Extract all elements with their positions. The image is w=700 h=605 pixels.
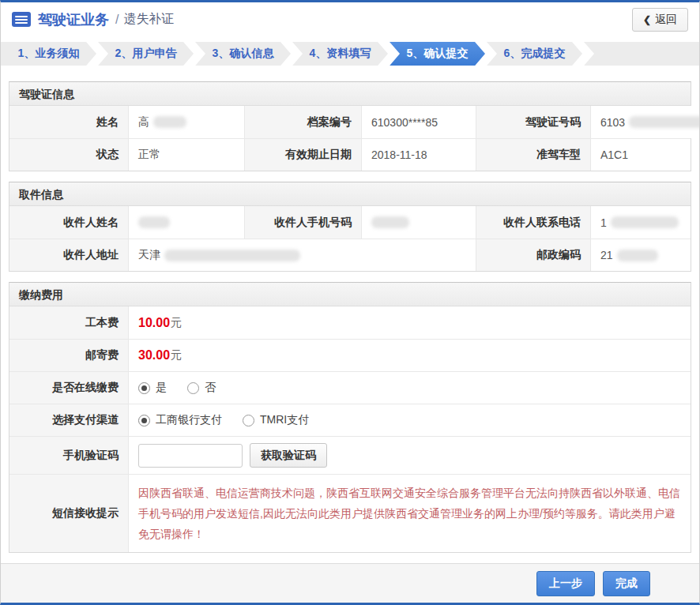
recipient-mobile-label: 收件人手机号码 <box>244 206 361 239</box>
payment-channel-row: 选择支付渠道 工商银行支付 TMRI支付 <box>9 404 691 436</box>
radio-icon <box>187 382 199 394</box>
radio-online-yes-label: 是 <box>156 381 167 395</box>
sms-code-input[interactable] <box>138 444 243 468</box>
file-no-label: 档案编号 <box>244 106 361 138</box>
license-info-section: 驾驶证信息 姓名 高 档案编号 610300****85 驾驶证号码 6103 … <box>9 81 691 171</box>
recipient-address-value: 天津 <box>128 239 476 271</box>
recipient-address-label: 收件人地址 <box>9 239 128 271</box>
production-fee-row: 工本费 10.00 元 <box>9 306 691 339</box>
redacted-blur <box>371 216 409 228</box>
page-header: 驾驶证业务 / 遗失补证 ❮ 返回 <box>1 2 699 37</box>
back-button-label: 返回 <box>655 13 677 27</box>
table-row: 收件人地址 天津 邮政编码 21 <box>9 239 691 271</box>
redacted-blur <box>617 250 658 261</box>
sms-notice-row: 短信接收提示 因陕西省联通、电信运营商技术问题，陕西省互联网交通安全综合服务管理… <box>9 474 691 552</box>
recipient-phone-value: 1 <box>590 206 691 239</box>
license-list-icon <box>12 12 31 27</box>
postcode-label: 邮政编码 <box>476 239 590 271</box>
online-payment-row: 是否在线缴费 是 否 <box>9 371 691 404</box>
name-value: 高 <box>128 106 244 138</box>
sms-code-field: 获取验证码 <box>128 437 691 474</box>
back-button[interactable]: ❮ 返回 <box>632 8 688 32</box>
page-title: 驾驶证业务 <box>38 10 109 29</box>
radio-tmri-pay-label: TMRI支付 <box>260 413 309 427</box>
postcode-value: 21 <box>590 239 691 271</box>
step-1-business-notice: 1、业务须知 <box>1 42 96 66</box>
production-fee-unit: 元 <box>171 316 182 330</box>
breadcrumb-current: 遗失补证 <box>123 11 174 28</box>
radio-icon <box>138 415 150 427</box>
sms-notice-label: 短信接收提示 <box>9 475 128 552</box>
step-4-fill-data: 4、资料填写 <box>292 42 388 66</box>
name-label: 姓名 <box>9 106 128 138</box>
payment-channel-options: 工商银行支付 TMRI支付 <box>128 404 691 436</box>
file-no-value: 610300****85 <box>361 106 476 138</box>
sms-code-label: 手机验证码 <box>9 437 128 474</box>
chevron-left-icon: ❮ <box>643 14 651 25</box>
get-sms-code-button[interactable]: 获取验证码 <box>250 443 327 468</box>
fee-section: 缴纳费用 工本费 10.00 元 邮寄费 30.00 元 是否在线缴费 <box>9 282 691 553</box>
license-no-value: 6103 <box>590 106 700 138</box>
online-payment-options: 是 否 <box>128 372 691 404</box>
radio-online-yes[interactable]: 是 <box>138 381 167 395</box>
online-payment-label: 是否在线缴费 <box>9 372 128 404</box>
radio-online-no-label: 否 <box>205 381 216 395</box>
radio-icon <box>243 415 254 427</box>
redacted-blur <box>138 216 170 228</box>
expiry-label: 有效期止日期 <box>244 139 361 171</box>
radio-tmri-pay[interactable]: TMRI支付 <box>243 413 309 427</box>
status-value: 正常 <box>128 139 244 171</box>
main-content: 驾驶证信息 姓名 高 档案编号 610300****85 驾驶证号码 6103 … <box>1 66 699 563</box>
postage-fee-row: 邮寄费 30.00 元 <box>9 339 691 371</box>
recipient-mobile-value <box>361 206 476 239</box>
previous-step-button[interactable]: 上一步 <box>536 571 595 596</box>
breadcrumb-separator: / <box>115 13 119 27</box>
production-fee-label: 工本费 <box>9 306 128 339</box>
postage-fee-amount: 30.00 <box>138 348 170 363</box>
vehicle-class-value: A1C1 <box>590 139 691 171</box>
step-bar-filler <box>584 42 699 66</box>
production-fee-amount: 10.00 <box>138 316 170 330</box>
step-6-complete-submit: 6、完成提交 <box>487 42 582 66</box>
radio-icbc-pay[interactable]: 工商银行支付 <box>138 413 222 427</box>
sms-code-row: 手机验证码 获取验证码 <box>9 436 691 474</box>
pickup-info-title: 取件信息 <box>9 182 691 206</box>
postage-fee-value: 30.00 元 <box>128 340 691 371</box>
radio-online-no[interactable]: 否 <box>187 381 216 395</box>
radio-icon <box>138 382 150 394</box>
recipient-name-label: 收件人姓名 <box>9 206 128 239</box>
wizard-steps: 1、业务须知 2、用户申告 3、确认信息 4、资料填写 5、确认提交 6、完成提… <box>1 42 699 66</box>
status-label: 状态 <box>9 139 128 171</box>
table-row: 姓名 高 档案编号 610300****85 驾驶证号码 6103 <box>9 106 691 138</box>
redacted-blur <box>629 116 700 128</box>
vehicle-class-label: 准驾车型 <box>476 139 590 171</box>
step-5-confirm-submit: 5、确认提交 <box>390 42 485 66</box>
expiry-value: 2018-11-18 <box>361 139 476 171</box>
step-2-user-declaration: 2、用户申告 <box>98 42 194 66</box>
redacted-blur <box>164 250 300 261</box>
sms-notice-text: 因陕西省联通、电信运营商技术问题，陕西省互联网交通安全综合服务管理平台无法向持陕… <box>128 475 691 552</box>
recipient-phone-label: 收件人联系电话 <box>476 206 590 239</box>
step-3-confirm-info: 3、确认信息 <box>195 42 291 66</box>
redacted-blur <box>153 116 186 128</box>
fee-section-title: 缴纳费用 <box>9 283 691 306</box>
license-info-title: 驾驶证信息 <box>9 82 691 106</box>
footer-action-bar: 上一步 完成 <box>1 563 699 603</box>
finish-button[interactable]: 完成 <box>603 571 650 596</box>
pickup-info-section: 取件信息 收件人姓名 收件人手机号码 收件人联系电话 1 收件人地址 天津 邮政… <box>9 182 691 272</box>
postage-fee-unit: 元 <box>171 348 182 363</box>
production-fee-value: 10.00 元 <box>128 306 691 339</box>
payment-channel-label: 选择支付渠道 <box>9 404 128 436</box>
postage-fee-label: 邮寄费 <box>9 340 128 371</box>
table-row: 收件人姓名 收件人手机号码 收件人联系电话 1 <box>9 206 691 239</box>
license-no-label: 驾驶证号码 <box>476 106 590 138</box>
recipient-name-value <box>128 206 244 239</box>
license-service-page: 驾驶证业务 / 遗失补证 ❮ 返回 1、业务须知 2、用户申告 3、确认信息 4… <box>0 0 700 605</box>
redacted-blur <box>611 216 679 228</box>
radio-icbc-pay-label: 工商银行支付 <box>156 413 222 427</box>
table-row: 状态 正常 有效期止日期 2018-11-18 准驾车型 A1C1 <box>9 138 691 171</box>
